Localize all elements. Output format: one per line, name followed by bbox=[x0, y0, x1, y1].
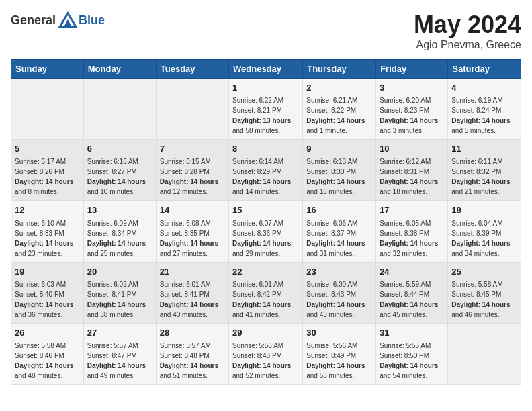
table-row: 12Sunrise: 6:10 AMSunset: 8:33 PMDayligh… bbox=[11, 201, 84, 262]
day-number: 14 bbox=[160, 204, 225, 216]
daylight-hours-label: Daylight: 14 hours bbox=[306, 240, 365, 247]
daylight-hours-label: Daylight: 14 hours bbox=[15, 178, 73, 185]
calendar-week-row: 1Sunrise: 6:22 AMSunset: 8:21 PMDaylight… bbox=[11, 79, 521, 140]
day-info: Sunrise: 6:15 AMSunset: 8:28 PMDaylight:… bbox=[160, 156, 225, 197]
daylight-hours-label: Daylight: 14 hours bbox=[87, 240, 146, 247]
table-row: 7Sunrise: 6:15 AMSunset: 8:28 PMDaylight… bbox=[156, 140, 228, 201]
day-info: Sunrise: 6:10 AMSunset: 8:33 PMDaylight:… bbox=[15, 218, 80, 259]
day-number: 3 bbox=[380, 82, 444, 94]
day-number: 6 bbox=[87, 143, 152, 155]
day-number: 17 bbox=[380, 204, 444, 216]
day-info: Sunrise: 6:09 AMSunset: 8:34 PMDaylight:… bbox=[87, 218, 152, 259]
title-block: May 2024 Agio Pnevma, Greece bbox=[414, 11, 521, 51]
day-info: Sunrise: 6:05 AMSunset: 8:38 PMDaylight:… bbox=[380, 218, 444, 259]
table-row: 2Sunrise: 6:21 AMSunset: 8:22 PMDaylight… bbox=[303, 79, 376, 140]
day-info: Sunrise: 6:22 AMSunset: 8:21 PMDaylight:… bbox=[232, 95, 299, 136]
daylight-hours-label: Daylight: 14 hours bbox=[87, 178, 146, 185]
day-info: Sunrise: 6:03 AMSunset: 8:40 PMDaylight:… bbox=[15, 279, 80, 320]
day-info: Sunrise: 6:02 AMSunset: 8:41 PMDaylight:… bbox=[87, 279, 152, 320]
daylight-hours-label: Daylight: 14 hours bbox=[160, 362, 218, 369]
day-number: 13 bbox=[87, 204, 152, 216]
daylight-hours-label: Daylight: 14 hours bbox=[451, 240, 510, 247]
daylight-hours-label: Daylight: 14 hours bbox=[15, 301, 73, 308]
day-number: 26 bbox=[15, 327, 80, 339]
table-row: 14Sunrise: 6:08 AMSunset: 8:35 PMDayligh… bbox=[156, 201, 228, 262]
table-row: 3Sunrise: 6:20 AMSunset: 8:23 PMDaylight… bbox=[376, 79, 448, 140]
daylight-hours-label: Daylight: 14 hours bbox=[306, 117, 365, 124]
daylight-hours-label: Daylight: 13 hours bbox=[232, 117, 291, 124]
day-number: 10 bbox=[380, 143, 444, 155]
day-info: Sunrise: 6:08 AMSunset: 8:35 PMDaylight:… bbox=[160, 218, 225, 259]
day-info: Sunrise: 5:56 AMSunset: 8:48 PMDaylight:… bbox=[232, 340, 299, 381]
table-row: 11Sunrise: 6:11 AMSunset: 8:32 PMDayligh… bbox=[448, 140, 521, 201]
day-info: Sunrise: 6:16 AMSunset: 8:27 PMDaylight:… bbox=[87, 156, 152, 197]
day-number: 19 bbox=[15, 266, 80, 278]
day-number: 27 bbox=[87, 327, 152, 339]
daylight-hours-label: Daylight: 14 hours bbox=[232, 240, 291, 247]
table-row: 18Sunrise: 6:04 AMSunset: 8:39 PMDayligh… bbox=[448, 201, 521, 262]
daylight-hours-label: Daylight: 14 hours bbox=[380, 240, 438, 247]
day-info: Sunrise: 6:01 AMSunset: 8:41 PMDaylight:… bbox=[160, 279, 225, 320]
table-row: 21Sunrise: 6:01 AMSunset: 8:41 PMDayligh… bbox=[156, 262, 228, 323]
table-row: 20Sunrise: 6:02 AMSunset: 8:41 PMDayligh… bbox=[83, 262, 156, 323]
daylight-hours-label: Daylight: 14 hours bbox=[380, 178, 438, 185]
table-row: 5Sunrise: 6:17 AMSunset: 8:26 PMDaylight… bbox=[11, 140, 84, 201]
table-row bbox=[83, 79, 156, 140]
table-row bbox=[156, 79, 228, 140]
day-info: Sunrise: 6:14 AMSunset: 8:29 PMDaylight:… bbox=[232, 156, 299, 197]
header-wednesday: Wednesday bbox=[229, 60, 303, 79]
table-row: 15Sunrise: 6:07 AMSunset: 8:36 PMDayligh… bbox=[229, 201, 303, 262]
day-info: Sunrise: 5:58 AMSunset: 8:45 PMDaylight:… bbox=[451, 279, 517, 320]
daylight-hours-label: Daylight: 14 hours bbox=[380, 117, 438, 124]
daylight-hours-label: Daylight: 14 hours bbox=[451, 301, 510, 308]
logo-blue-text: Blue bbox=[79, 13, 105, 28]
header-saturday: Saturday bbox=[448, 60, 521, 79]
table-row: 28Sunrise: 5:57 AMSunset: 8:48 PMDayligh… bbox=[156, 323, 228, 384]
daylight-hours-label: Daylight: 14 hours bbox=[15, 240, 73, 247]
day-info: Sunrise: 6:00 AMSunset: 8:43 PMDaylight:… bbox=[306, 279, 372, 320]
day-info: Sunrise: 5:55 AMSunset: 8:50 PMDaylight:… bbox=[380, 340, 444, 381]
daylight-hours-label: Daylight: 14 hours bbox=[380, 301, 438, 308]
table-row: 29Sunrise: 5:56 AMSunset: 8:48 PMDayligh… bbox=[229, 323, 303, 384]
logo-icon bbox=[57, 11, 79, 30]
header-monday: Monday bbox=[83, 60, 156, 79]
logo-general-text: General bbox=[11, 13, 56, 28]
day-number: 18 bbox=[451, 204, 517, 216]
day-info: Sunrise: 6:19 AMSunset: 8:24 PMDaylight:… bbox=[451, 95, 517, 136]
header-friday: Friday bbox=[376, 60, 448, 79]
day-info: Sunrise: 6:04 AMSunset: 8:39 PMDaylight:… bbox=[451, 218, 517, 259]
daylight-hours-label: Daylight: 14 hours bbox=[160, 178, 218, 185]
daylight-hours-label: Daylight: 14 hours bbox=[306, 362, 365, 369]
daylight-hours-label: Daylight: 14 hours bbox=[87, 362, 146, 369]
day-number: 12 bbox=[15, 204, 80, 216]
calendar-week-row: 26Sunrise: 5:58 AMSunset: 8:46 PMDayligh… bbox=[11, 323, 521, 384]
day-number: 7 bbox=[160, 143, 225, 155]
day-info: Sunrise: 6:01 AMSunset: 8:42 PMDaylight:… bbox=[232, 279, 299, 320]
day-info: Sunrise: 6:20 AMSunset: 8:23 PMDaylight:… bbox=[380, 95, 444, 136]
daylight-hours-label: Daylight: 14 hours bbox=[160, 301, 218, 308]
day-number: 11 bbox=[451, 143, 517, 155]
day-number: 20 bbox=[87, 266, 152, 278]
table-row: 30Sunrise: 5:56 AMSunset: 8:49 PMDayligh… bbox=[303, 323, 376, 384]
header-tuesday: Tuesday bbox=[156, 60, 228, 79]
table-row: 25Sunrise: 5:58 AMSunset: 8:45 PMDayligh… bbox=[448, 262, 521, 323]
day-number: 9 bbox=[306, 143, 372, 155]
day-number: 15 bbox=[232, 204, 299, 216]
table-row bbox=[448, 323, 521, 384]
table-row: 4Sunrise: 6:19 AMSunset: 8:24 PMDaylight… bbox=[448, 79, 521, 140]
weekday-header-row: Sunday Monday Tuesday Wednesday Thursday… bbox=[11, 60, 521, 79]
table-row: 26Sunrise: 5:58 AMSunset: 8:46 PMDayligh… bbox=[11, 323, 84, 384]
day-number: 22 bbox=[232, 266, 299, 278]
day-info: Sunrise: 6:11 AMSunset: 8:32 PMDaylight:… bbox=[451, 156, 517, 197]
day-number: 4 bbox=[451, 82, 517, 94]
logo: General Blue bbox=[11, 11, 105, 30]
day-info: Sunrise: 6:21 AMSunset: 8:22 PMDaylight:… bbox=[306, 95, 372, 136]
daylight-hours-label: Daylight: 14 hours bbox=[306, 301, 365, 308]
day-number: 5 bbox=[15, 143, 80, 155]
day-number: 16 bbox=[306, 204, 372, 216]
day-info: Sunrise: 5:56 AMSunset: 8:49 PMDaylight:… bbox=[306, 340, 372, 381]
table-row: 19Sunrise: 6:03 AMSunset: 8:40 PMDayligh… bbox=[11, 262, 84, 323]
daylight-hours-label: Daylight: 14 hours bbox=[232, 178, 291, 185]
day-info: Sunrise: 5:57 AMSunset: 8:47 PMDaylight:… bbox=[87, 340, 152, 381]
month-title: May 2024 bbox=[414, 11, 521, 39]
